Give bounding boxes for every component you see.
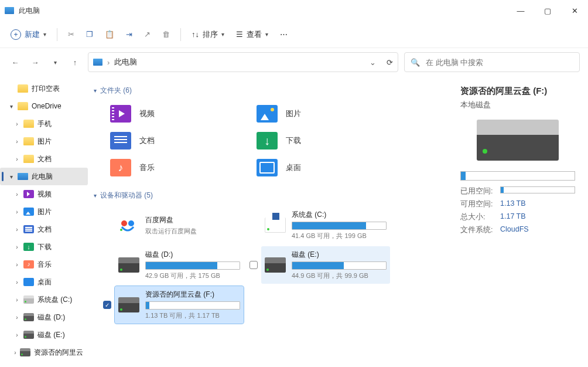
refresh-button[interactable]: ⟳ [387,58,393,67]
drive-cell: 系统盘 (C:) 41.4 GB 可用，共 199 GB [249,206,390,244]
drive-item[interactable]: 磁盘 (E:) 44.9 GB 可用，共 99.9 GB [261,246,390,284]
search-input[interactable] [426,58,573,67]
forward-button[interactable]: → [28,55,42,69]
expand-icon[interactable]: › [14,138,20,145]
more-button[interactable]: ⋯ [275,25,292,44]
sidebar[interactable]: › 打印空表▾ OneDrive› 手机› 图片› 文档▾ 此电脑› 视频› 图… [0,76,88,367]
drive-item[interactable]: 磁盘 (D:) 42.9 GB 可用，共 175 GB [115,246,244,284]
search-bar[interactable]: 🔍 [404,52,580,72]
sidebar-item[interactable]: › 桌面 [0,273,88,291]
window-title: 此电脑 [19,6,507,16]
folder-item[interactable]: 文档 [108,128,248,153]
sidebar-item[interactable]: › 文档 [0,150,88,168]
chevron-down-icon[interactable]: ⌄ [370,58,376,67]
up-button[interactable]: ↑ [68,55,82,69]
copy-button[interactable]: ❐ [81,25,98,44]
sidebar-item[interactable]: ▾ OneDrive [0,97,88,115]
sidebar-item[interactable]: › 磁盘 (D:) [0,308,88,326]
details-row: 已用空间: [460,186,575,196]
expand-icon[interactable]: ▾ [8,174,14,180]
sort-icon: ↑↓ [192,30,199,39]
expand-icon[interactable]: › [14,349,16,356]
drive-item[interactable]: 资源否的阿里云盘 (F:) 1.13 TB 可用，共 1.17 TB [115,286,244,324]
video-icon [23,190,34,198]
toolbar: + 新建 ▾ ✂ ❐ 📋 ⇥ ↗ 🗑 ↑↓ 排序 ▾ ☰ 查看 ▾ ⋯ [0,21,588,48]
sidebar-item[interactable]: › 下载 [0,238,88,256]
drivedark-icon [23,331,34,339]
drive-item[interactable]: 百度网盘 双击运行百度网盘 [115,212,244,239]
paste-button[interactable]: 📋 [100,25,119,44]
expand-icon[interactable]: › [14,261,20,268]
back-button[interactable]: ← [8,55,22,69]
cut-button[interactable]: ✂ [63,25,79,44]
usage-bar [145,261,240,270]
close-button[interactable]: ✕ [561,0,588,21]
expand-icon[interactable]: › [14,156,20,162]
sidebar-item[interactable]: › 手机 [0,115,88,132]
folders-group-header[interactable]: ▾ 文件夹 (6) [94,83,442,101]
expand-icon[interactable]: › [14,226,20,233]
paste-icon: 📋 [105,30,114,39]
view-icon: ☰ [236,30,243,39]
sidebar-item[interactable]: › 资源否的阿里云 [0,344,88,361]
folder-item[interactable]: 视频 [108,101,248,126]
sidebar-item[interactable]: › 系统盘 (C:) [0,291,88,308]
titlebar: 此电脑 — ▢ ✕ [0,0,588,21]
expand-icon[interactable]: › [14,297,20,303]
maximize-button[interactable]: ▢ [534,0,561,21]
sidebar-item-label: 文档 [37,225,52,235]
view-button[interactable]: ☰ 查看 ▾ [231,25,273,44]
sidebar-item-label: 图片 [37,207,52,217]
sidebar-item[interactable]: › 视频 [0,185,88,203]
sidebar-item[interactable]: › 图片 [0,132,88,150]
sidebar-item[interactable]: › 打印空表 [0,80,88,97]
sidebar-item[interactable]: › 文档 [0,220,88,238]
folder-label: 图片 [286,108,301,119]
folder-item[interactable]: 下载 [254,128,395,153]
drive-cell: 百度网盘 双击运行百度网盘 [103,206,244,244]
address-bar[interactable]: › 此电脑 ⌄ ⟳ [88,52,398,72]
drive-sub: 44.9 GB 可用，共 99.9 GB [292,271,387,280]
drive-checkbox[interactable]: ✓ [103,301,111,309]
delete-button[interactable]: 🗑 [158,25,175,44]
drive-item[interactable]: 系统盘 (C:) 41.4 GB 可用，共 199 GB [261,206,390,244]
drives-group-header[interactable]: ▾ 设备和驱动器 (5) [94,188,442,206]
drive-sub: 42.9 GB 可用，共 175 GB [145,271,240,280]
expand-icon[interactable]: › [14,314,20,321]
share-button[interactable]: ↗ [139,25,155,44]
expand-icon[interactable]: › [14,209,20,215]
folder-item[interactable]: 图片 [254,101,395,126]
folder-item[interactable]: 音乐 [108,155,248,180]
baidu-icon [118,218,139,233]
rename-button[interactable]: ⇥ [121,25,137,44]
expand-icon[interactable]: › [14,332,20,338]
details-key: 可用空间: [460,199,493,209]
sort-button[interactable]: ↑↓ 排序 ▾ [187,25,229,44]
minimize-button[interactable]: — [507,0,534,21]
details-value: 1.17 TB [500,212,526,222]
sidebar-item[interactable]: › 音乐 [0,256,88,273]
sidebar-item[interactable]: › 磁盘 (E:) [0,326,88,344]
drive-checkbox[interactable] [249,261,258,269]
plus-icon: + [11,29,21,40]
sidebar-item[interactable]: › 图片 [0,203,88,220]
new-button[interactable]: + 新建 ▾ [6,25,51,44]
pc-icon [93,59,102,66]
chevron-down-icon: ▾ [94,87,97,94]
sidebar-item-label: 下载 [37,242,52,252]
expand-icon[interactable]: › [14,279,20,286]
expand-icon[interactable]: › [14,191,20,198]
details-value: 1.13 TB [500,199,526,209]
expand-icon[interactable]: › [14,121,20,127]
desk-icon [23,278,34,286]
drive-cell: 磁盘 (D:) 42.9 GB 可用，共 175 GB [103,246,244,284]
sidebar-item[interactable]: ▾ 此电脑 [0,168,88,185]
recent-button[interactable]: ▾ [48,55,62,69]
svg-point-0 [121,220,127,226]
drive-name: 磁盘 (E:) [292,250,387,260]
folder-label: 桌面 [286,162,301,173]
chevron-down-icon: ▾ [94,192,97,199]
expand-icon[interactable]: › [14,244,20,250]
folder-item[interactable]: 桌面 [254,155,395,180]
expand-icon[interactable]: ▾ [8,103,14,110]
